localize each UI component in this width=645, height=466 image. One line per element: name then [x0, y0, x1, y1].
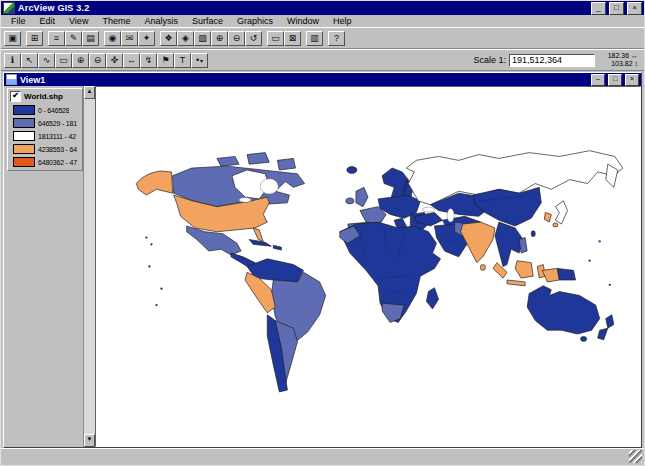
zoom-previous-button[interactable]: ↺ [245, 31, 262, 46]
hot-link-tool[interactable]: ↯ [140, 53, 157, 68]
scroll-down-icon[interactable]: ▼ [84, 434, 95, 447]
menu-bar: File Edit View Theme Analysis Surface Gr… [1, 15, 644, 27]
view1-title: View1 [20, 75, 45, 85]
map-canvas[interactable] [95, 86, 641, 447]
button-group: ⊞ [26, 31, 43, 46]
minimize-button[interactable]: _ [591, 2, 606, 15]
country-china [473, 187, 542, 226]
select-feature-tool[interactable]: ▭ [55, 53, 72, 68]
legend-class-row: 4238553 - 64 [10, 144, 81, 154]
draw-point-tool[interactable]: •▾ [191, 53, 208, 68]
add-theme-button[interactable]: ⊞ [26, 31, 43, 46]
button-group: ▭ ⊠ [267, 31, 301, 46]
locate-address-button[interactable]: ✉ [121, 31, 138, 46]
coordinate-x-value: 182.36 [605, 52, 629, 60]
coordinate-readout: 182.36 ↔ 103.82 ↕ [605, 52, 638, 68]
open-theme-table-button[interactable]: ▤ [82, 31, 99, 46]
text-tool[interactable]: T [174, 53, 191, 68]
select-features-button[interactable]: ▭ [267, 31, 284, 46]
country-indonesia-borneo [515, 261, 533, 278]
country-new-zealand [598, 315, 614, 340]
country-south-korea [544, 212, 551, 222]
menu-graphics[interactable]: Graphics [230, 16, 280, 27]
edit-legend-button[interactable]: ✎ [65, 31, 82, 46]
view-maximize-button[interactable]: □ [608, 74, 622, 86]
help-button[interactable]: ? [328, 31, 345, 46]
menu-surface[interactable]: Surface [185, 16, 230, 27]
table-of-contents: ✔ World.shp 0 - 646528 646529 - 181 [4, 86, 95, 447]
zoom-out-button[interactable]: ⊖ [228, 31, 245, 46]
legend-swatch [13, 118, 35, 128]
clear-selection-button[interactable]: ⊠ [284, 31, 301, 46]
menu-view[interactable]: View [62, 16, 95, 27]
theme-label[interactable]: World.shp [24, 92, 63, 101]
title-bar: ArcView GIS 3.2 _ □ × [1, 1, 644, 15]
zoom-out-tool[interactable]: ⊖ [89, 53, 106, 68]
save-project-button[interactable]: ▣ [4, 31, 21, 46]
vertical-arrows-icon: ↕ [635, 60, 639, 67]
country-iceland [347, 167, 357, 174]
zoom-in-tool[interactable]: ⊕ [72, 53, 89, 68]
scrollbar-track[interactable] [84, 99, 95, 434]
label-tool[interactable]: ⚑ [157, 53, 174, 68]
tool-group: ℹ ↖ ∿ ▭ ⊕ ⊖ ✜ ↔ ↯ ⚑ T •▾ [4, 53, 208, 68]
query-builder-button[interactable]: ✦ [138, 31, 155, 46]
country-taiwan [531, 231, 535, 237]
zoom-active-theme-button[interactable]: ◈ [177, 31, 194, 46]
resize-grip[interactable] [629, 450, 642, 463]
toc-scrollbar[interactable]: ▲ ▼ [83, 86, 95, 447]
legend-label: 4238553 - 64 [38, 146, 77, 153]
vertex-edit-tool[interactable]: ∿ [38, 53, 55, 68]
scale-label: Scale 1: [474, 55, 507, 65]
maximize-button[interactable]: □ [609, 2, 624, 15]
menu-analysis[interactable]: Analysis [137, 16, 185, 27]
scroll-up-icon[interactable]: ▲ [84, 86, 95, 99]
country-philippines [519, 238, 527, 253]
legend-swatch [13, 105, 35, 115]
find-button[interactable]: ◉ [104, 31, 121, 46]
country-madagascar [426, 288, 438, 309]
window-title: ArcView GIS 3.2 [18, 3, 89, 13]
coordinate-y: 103.82 ↕ [605, 60, 638, 68]
legend-class-row: 6480362 - 47 [10, 157, 81, 167]
country-ireland [346, 198, 354, 204]
country-uk [356, 187, 368, 206]
menu-theme[interactable]: Theme [95, 16, 137, 27]
toc-content: ✔ World.shp 0 - 646528 646529 - 181 [4, 86, 83, 447]
country-sri-lanka [480, 265, 485, 271]
charts-button[interactable]: ▥ [306, 31, 323, 46]
legend-label: 646529 - 181 [38, 120, 77, 127]
theme-checkbox[interactable]: ✔ [10, 91, 21, 102]
menu-edit[interactable]: Edit [33, 16, 63, 27]
scale-input[interactable] [509, 54, 595, 67]
legend-label: 6480362 - 47 [38, 159, 77, 166]
zoom-in-button[interactable]: ⊕ [211, 31, 228, 46]
zoom-selected-button[interactable]: ▨ [194, 31, 211, 46]
menu-window[interactable]: Window [280, 16, 326, 27]
view-body: ✔ World.shp 0 - 646528 646529 - 181 [4, 86, 641, 447]
close-button[interactable]: × [627, 2, 642, 15]
view-minimize-button[interactable]: – [591, 74, 605, 86]
legend-swatch [13, 144, 35, 154]
pan-tool[interactable]: ✜ [106, 53, 123, 68]
country-australia [527, 286, 600, 334]
legend-class-row: 1813111 - 42 [10, 131, 81, 141]
theme-world-shp[interactable]: ✔ World.shp 0 - 646528 646529 - 181 [7, 88, 83, 171]
legend-class-row: 646529 - 181 [10, 118, 81, 128]
coordinate-y-value: 103.82 [609, 60, 633, 68]
view-close-button[interactable]: × [625, 74, 639, 86]
zoom-full-extent-button[interactable]: ❖ [160, 31, 177, 46]
mdi-client-area: View1 – □ × ✔ World.shp [1, 71, 644, 448]
menu-help[interactable]: Help [326, 16, 359, 27]
theme-header: ✔ World.shp [10, 91, 81, 102]
coordinate-x: 182.36 ↔ [605, 52, 638, 60]
button-group: ◉ ✉ ✦ [104, 31, 155, 46]
horizontal-arrows-icon: ↔ [631, 52, 638, 59]
theme-properties-button[interactable]: ≡ [48, 31, 65, 46]
measure-tool[interactable]: ↔ [123, 53, 140, 68]
button-bar: ▣ ⊞ ≡ ✎ ▤ ◉ ✉ ✦ ❖ ◈ ▨ ⊕ ⊖ ↺ ▭ ⊠ ▥ [1, 27, 644, 49]
view1-title-bar: View1 – □ × [4, 73, 641, 86]
menu-file[interactable]: File [4, 16, 33, 27]
pointer-tool[interactable]: ↖ [21, 53, 38, 68]
identify-tool[interactable]: ℹ [4, 53, 21, 68]
